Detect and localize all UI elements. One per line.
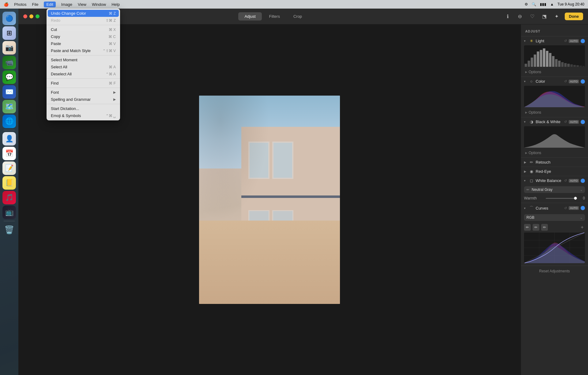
- curves-channel-dropdown[interactable]: RGB ⌄: [524, 214, 585, 221]
- svg-rect-5: [537, 51, 539, 67]
- menu-font[interactable]: Font ▶: [47, 89, 120, 96]
- light-auto-badge[interactable]: AUTO: [569, 39, 579, 43]
- menu-spelling[interactable]: Spelling and Grammar ▶: [47, 96, 120, 103]
- dock-trash[interactable]: 🗑️: [2, 223, 16, 237]
- tab-filters[interactable]: Filters: [263, 12, 286, 21]
- dock-finder[interactable]: 🔵: [2, 12, 16, 25]
- adjust-panel-title: ADJUST: [521, 28, 588, 36]
- adjust-retouch-header[interactable]: ▶ ✏ Retouch: [521, 158, 588, 167]
- adjust-redeye-header[interactable]: ▶ ◉ Red-Eye: [521, 167, 588, 176]
- minimize-button[interactable]: [29, 14, 33, 18]
- color-auto-badge[interactable]: AUTO: [569, 80, 579, 83]
- dock-reminders[interactable]: 📝: [2, 161, 16, 175]
- menubar-help[interactable]: Help: [111, 2, 120, 7]
- color-toggle[interactable]: [581, 79, 585, 84]
- dock-tv[interactable]: 📺: [2, 206, 16, 219]
- dock-safari[interactable]: 🌐: [2, 115, 16, 128]
- menu-emoji[interactable]: Emoji & Symbols ⌃⌘ ␣: [47, 112, 120, 119]
- building-window-2: [272, 142, 293, 179]
- redeye-icon: ◉: [529, 169, 534, 174]
- bw-options[interactable]: ▶ Options: [521, 150, 588, 157]
- bw-toggle[interactable]: [581, 120, 585, 124]
- dock-notes[interactable]: 📒: [2, 176, 16, 190]
- menu-redo[interactable]: Redo ⇧⌘ Z: [47, 17, 120, 24]
- menu-dictation[interactable]: Start Dictation...: [47, 105, 120, 112]
- menu-select-moment[interactable]: Select Moment: [47, 56, 120, 63]
- bw-chevron-icon: ▾: [524, 120, 527, 123]
- dock-facetime[interactable]: 📹: [2, 56, 16, 69]
- wb-picker-icon: ✏: [526, 188, 529, 192]
- menu-copy[interactable]: Copy ⌘ C: [47, 33, 120, 40]
- menu-deselect-all[interactable]: Deselect All ⌃⌘ A: [47, 70, 120, 78]
- curves-toggle[interactable]: [581, 206, 585, 210]
- zoom-out-button[interactable]: ⊖: [516, 12, 524, 21]
- wb-slider-thumb[interactable]: [574, 197, 577, 200]
- bw-options-label[interactable]: Options: [529, 151, 541, 155]
- done-button[interactable]: Done: [565, 13, 583, 20]
- menu-paste[interactable]: Paste ⌘ V: [47, 40, 120, 47]
- adjust-light-header[interactable]: ▾ ✳ Light ↺ AUTO: [521, 36, 588, 45]
- menubar-spotlight[interactable]: 🔍: [532, 2, 536, 6]
- tab-crop[interactable]: Crop: [287, 12, 308, 21]
- more-button[interactable]: ✦: [552, 12, 561, 21]
- color-options-label[interactable]: Options: [529, 110, 541, 115]
- dock-calendar[interactable]: 📅: [2, 147, 16, 160]
- wb-dropdown[interactable]: ✏ Neutral Gray ⌄: [524, 186, 585, 193]
- menu-cut[interactable]: Cut ⌘ X: [47, 26, 120, 33]
- close-button[interactable]: [23, 14, 27, 18]
- menu-paste-match[interactable]: Paste and Match Style ⌃⇧⌘ V: [47, 47, 120, 54]
- share-button[interactable]: ⬔: [540, 12, 549, 21]
- wb-toggle[interactable]: [581, 179, 585, 183]
- svg-rect-7: [543, 48, 545, 67]
- dock-contacts[interactable]: 👤: [2, 132, 16, 146]
- wb-reset-icon[interactable]: ↺: [564, 179, 567, 183]
- apple-menu[interactable]: 🍎: [4, 2, 9, 7]
- curves-black-picker[interactable]: ✏: [524, 224, 531, 231]
- curves-graph[interactable]: [524, 233, 585, 263]
- menubar-image[interactable]: Image: [61, 2, 72, 7]
- bw-auto-badge[interactable]: AUTO: [569, 120, 579, 124]
- dock-launchpad[interactable]: ⊞: [2, 26, 16, 40]
- menu-find[interactable]: Find ⌘ F: [47, 80, 120, 87]
- light-reset-icon[interactable]: ↺: [564, 39, 567, 43]
- menubar-photos[interactable]: Photos: [14, 2, 26, 7]
- bw-reset-icon[interactable]: ↺: [564, 120, 567, 124]
- light-toggle[interactable]: [581, 39, 585, 43]
- svg-rect-2: [528, 61, 530, 67]
- wb-slider[interactable]: [546, 198, 577, 199]
- maximize-button[interactable]: [36, 14, 40, 18]
- color-reset-icon[interactable]: ↺: [564, 79, 567, 83]
- menubar-edit[interactable]: Edit: [44, 2, 55, 7]
- info-button[interactable]: ℹ: [503, 12, 512, 21]
- menubar-view[interactable]: View: [78, 2, 86, 7]
- tab-adjust[interactable]: Adjust: [238, 12, 262, 21]
- menubar-siri[interactable]: ⚙: [525, 2, 528, 6]
- dock-mail[interactable]: ✉️: [2, 85, 16, 99]
- curves-white-picker[interactable]: ✏: [541, 224, 548, 231]
- reset-adjustments-button[interactable]: Reset Adjustments: [521, 266, 588, 276]
- menu-paste-label: Paste: [51, 41, 61, 46]
- dock-messages[interactable]: 💬: [2, 70, 16, 84]
- wb-slider-row: Warmth 0: [521, 195, 588, 203]
- adjust-bw-header[interactable]: ▾ ◑ Black & White ↺ AUTO: [521, 117, 588, 126]
- dock-maps[interactable]: 🗺️: [2, 100, 16, 113]
- curves-add-button[interactable]: +: [579, 225, 585, 230]
- dock-photos[interactable]: 📷: [2, 41, 16, 55]
- menu-undo[interactable]: Undo Change Color ⌘ Z: [48, 10, 119, 17]
- adjust-color-header[interactable]: ▾ ○ Color ↺ AUTO: [521, 77, 588, 86]
- curves-gray-picker[interactable]: ✏: [533, 224, 539, 231]
- color-options-arrow: ▶: [525, 111, 527, 114]
- curves-reset-icon[interactable]: ↺: [564, 206, 567, 210]
- adjust-curves-header[interactable]: ▾ ⌒ Curves ↺ AUTO: [521, 203, 588, 213]
- dock-music[interactable]: 🎵: [2, 191, 16, 204]
- menubar-file[interactable]: File: [32, 2, 38, 7]
- adjust-wb-header[interactable]: ▾ ◻ White Balance ↺ AUTO: [521, 176, 588, 185]
- curves-auto-badge[interactable]: AUTO: [569, 206, 579, 210]
- wb-auto-badge[interactable]: AUTO: [569, 179, 579, 183]
- color-options[interactable]: ▶ Options: [521, 109, 588, 117]
- light-options-label[interactable]: Options: [529, 70, 541, 74]
- menubar-window[interactable]: Window: [92, 2, 106, 7]
- favorite-button[interactable]: ♡: [528, 12, 537, 21]
- menu-select-all[interactable]: Select All ⌘ A: [47, 63, 120, 70]
- light-options[interactable]: ▶ Options: [521, 69, 588, 77]
